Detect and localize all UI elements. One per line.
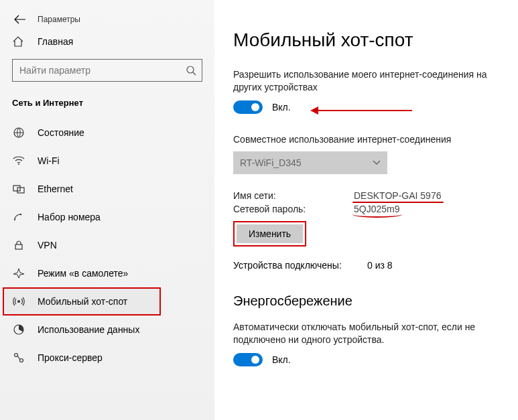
hotspot-icon bbox=[12, 296, 25, 307]
sidebar-item-label: Прокси-сервер bbox=[38, 352, 103, 363]
sidebar-item-label: Использование данных bbox=[38, 324, 139, 335]
sidebar-section-label: Сеть и Интернет bbox=[0, 91, 214, 113]
sidebar-item-dialup[interactable]: Набор номера bbox=[0, 203, 214, 231]
svg-point-11 bbox=[15, 354, 18, 357]
annotation-arrow bbox=[310, 107, 412, 115]
datausage-icon bbox=[12, 324, 25, 335]
search-icon bbox=[186, 65, 196, 76]
sidebar-item-vpn[interactable]: VPN bbox=[0, 231, 214, 259]
vpn-icon bbox=[12, 240, 25, 250]
wifi-icon bbox=[12, 156, 25, 165]
window-title: Параметры bbox=[38, 15, 80, 24]
network-password-value: 5QJ025m9 bbox=[354, 204, 399, 214]
devices-connected-row: Устройства подключены: 0 из 8 bbox=[233, 260, 502, 271]
hotspot-toggle-label: Вкл. bbox=[272, 102, 291, 113]
sidebar: Параметры Главная Сеть и Интернет Состоя… bbox=[0, 0, 214, 420]
svg-rect-4 bbox=[13, 186, 20, 191]
power-saving-description: Автоматически отключать мобильный хот-сп… bbox=[233, 321, 502, 346]
devices-connected-value: 0 из 8 bbox=[367, 260, 393, 271]
share-connection-label: Совместное использование интернет-соедин… bbox=[233, 134, 502, 145]
sidebar-item-label: Состояние bbox=[38, 127, 84, 138]
sidebar-item-label: Набор номера bbox=[38, 212, 101, 222]
svg-point-7 bbox=[20, 214, 21, 215]
sidebar-item-label: Wi-Fi bbox=[38, 155, 60, 166]
sidebar-item-status[interactable]: Состояние bbox=[0, 119, 214, 147]
power-saving-heading: Энергосбережение bbox=[233, 293, 502, 309]
hotspot-toggle[interactable] bbox=[233, 100, 263, 114]
edit-button[interactable]: Изменить bbox=[237, 224, 303, 243]
page-title: Мобильный хот-спот bbox=[233, 29, 502, 51]
share-connection-value: RT-WiFi_D345 bbox=[240, 157, 302, 168]
power-toggle[interactable] bbox=[233, 353, 263, 366]
sidebar-item-datausage[interactable]: Использование данных bbox=[0, 316, 214, 344]
svg-point-12 bbox=[20, 359, 23, 362]
dialup-icon bbox=[12, 212, 25, 222]
sidebar-item-hotspot[interactable]: Мобильный хот-спот bbox=[3, 287, 161, 316]
sidebar-item-label: Ethernet bbox=[38, 184, 73, 194]
back-button[interactable] bbox=[12, 11, 28, 27]
nav-home-label: Главная bbox=[38, 36, 73, 47]
hotspot-toggle-row: Вкл. bbox=[233, 100, 502, 114]
power-toggle-row: Вкл. bbox=[233, 353, 502, 366]
airplane-icon bbox=[12, 268, 25, 279]
power-toggle-label: Вкл. bbox=[272, 354, 291, 365]
network-password-label: Сетевой пароль: bbox=[233, 204, 354, 214]
nav-list: Состояние Wi-Fi Ethernet Набор номера VP… bbox=[0, 119, 214, 372]
sidebar-item-label: VPN bbox=[38, 240, 57, 251]
network-name-row: Имя сети: DESKTOP-GAI 5976 bbox=[233, 190, 502, 201]
edit-button-row: Изменить bbox=[233, 221, 502, 247]
devices-connected-label: Устройства подключены: bbox=[233, 260, 367, 271]
search-input[interactable] bbox=[19, 65, 178, 76]
home-icon bbox=[12, 36, 25, 47]
sidebar-item-airplane[interactable]: Режим «в самолете» bbox=[0, 259, 214, 287]
sidebar-item-ethernet[interactable]: Ethernet bbox=[0, 175, 214, 203]
search-wrap bbox=[0, 54, 214, 91]
back-arrow-icon bbox=[14, 15, 26, 24]
annotation-box: Изменить bbox=[233, 221, 306, 247]
share-connection-select[interactable]: RT-WiFi_D345 bbox=[233, 151, 387, 174]
share-description: Разрешить использование моего интернет-с… bbox=[233, 68, 502, 94]
search-box[interactable] bbox=[12, 59, 202, 82]
status-icon bbox=[12, 127, 25, 139]
svg-point-0 bbox=[187, 66, 194, 73]
sidebar-item-label: Мобильный хот-спот bbox=[38, 296, 127, 307]
svg-point-3 bbox=[18, 163, 19, 165]
nav-home[interactable]: Главная bbox=[0, 29, 214, 54]
svg-line-1 bbox=[193, 72, 196, 75]
network-name-label: Имя сети: bbox=[233, 190, 354, 201]
main-content: Мобильный хот-спот Разрешить использован… bbox=[214, 0, 518, 420]
ethernet-icon bbox=[12, 184, 25, 194]
sidebar-item-wifi[interactable]: Wi-Fi bbox=[0, 147, 214, 175]
chevron-down-icon bbox=[373, 160, 381, 165]
network-password-row: Сетевой пароль: 5QJ025m9 bbox=[233, 204, 502, 214]
svg-point-6 bbox=[14, 219, 15, 220]
proxy-icon bbox=[12, 352, 25, 363]
svg-point-9 bbox=[17, 300, 20, 303]
sidebar-item-proxy[interactable]: Прокси-сервер bbox=[0, 344, 214, 372]
svg-rect-8 bbox=[15, 244, 22, 249]
sidebar-item-label: Режим «в самолете» bbox=[38, 268, 128, 279]
window-header: Параметры bbox=[0, 9, 214, 29]
network-name-value: DESKTOP-GAI 5976 bbox=[354, 190, 441, 201]
svg-rect-5 bbox=[17, 188, 24, 193]
